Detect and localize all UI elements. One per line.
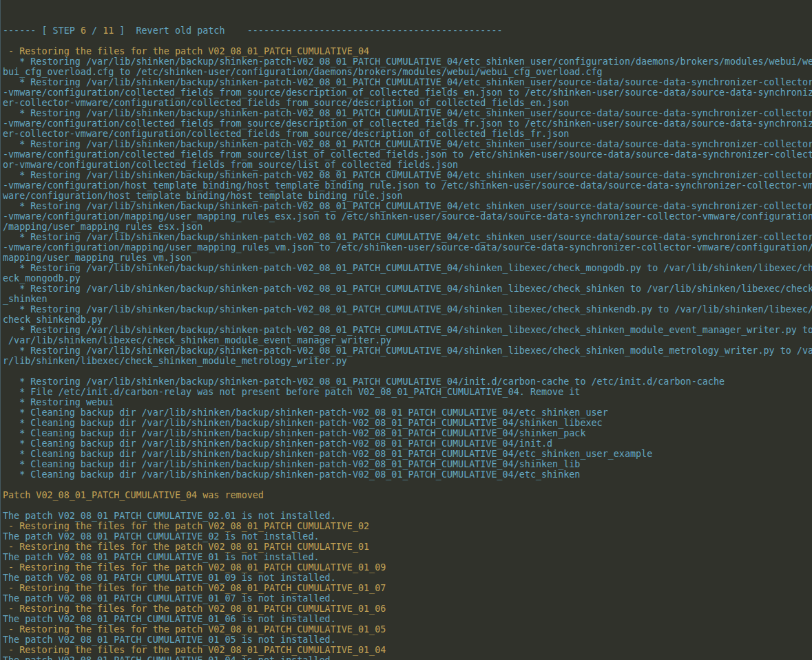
terminal-text-segment: * Restoring /var/lib/shinken/backup/shin… [3, 263, 812, 273]
terminal-text-segment: The patch V02_08_01_PATCH_CUMULATIVE_01_… [3, 573, 336, 583]
terminal-line: Patch V02_08_01_PATCH_CUMULATIVE_04 was … [3, 490, 812, 500]
terminal-text-segment: The patch V02_08_01_PATCH_CUMULATIVE_02 … [3, 531, 320, 542]
terminal-text-segment: or-vmware/configuration/collected_fields… [3, 160, 458, 170]
terminal-text-segment: / [86, 25, 103, 36]
terminal-line: The patch V02_08_01_PATCH_CUMULATIVE_02 … [3, 531, 812, 542]
terminal-text-segment: * Restoring /var/lib/shinken/backup/shin… [3, 376, 725, 387]
terminal-text-segment: 11 [103, 25, 114, 36]
terminal-line: - Restoring the files for the patch V02_… [3, 521, 812, 531]
terminal-line: * Restoring /var/lib/shinken/backup/shin… [3, 108, 812, 118]
terminal-text-segment: The patch V02_08_01_PATCH_CUMULATIVE_01 … [3, 552, 320, 562]
terminal-line: mapping/user_mapping_rules_vm.json [3, 253, 812, 263]
terminal-line: * Restoring /var/lib/shinken/backup/shin… [3, 201, 812, 211]
terminal-line: - Restoring the files for the patch V02_… [3, 542, 812, 552]
terminal-line: * Cleaning backup dir /var/lib/shinken/b… [3, 428, 812, 438]
terminal-line: - Restoring the files for the patch V02_… [3, 645, 812, 655]
terminal-text-segment: /mapping/user_mapping_rules_esx.json [3, 222, 202, 232]
terminal-text-segment: -vmware/configuration/mapping/user_mappi… [3, 211, 812, 222]
terminal-text-segment: - Restoring the files for the patch V02_… [3, 604, 386, 614]
terminal-line: -vmware/configuration/mapping/user_mappi… [3, 211, 812, 222]
terminal-text-segment: Patch V02_08_01_PATCH_CUMULATIVE_04 was … [3, 490, 264, 500]
terminal-line: * File /etc/init.d/carbon-relay was not … [3, 387, 812, 397]
terminal-line: The patch V02_08_01_PATCH_CUMULATIVE_01_… [3, 635, 812, 645]
terminal-text-segment: - Restoring the files for the patch V02_… [3, 624, 386, 635]
terminal-line: -vmware/configuration/collected_fields_f… [3, 87, 812, 98]
terminal-text-segment: * Restoring /var/lib/shinken/backup/shin… [3, 170, 812, 180]
terminal-text-segment: -vmware/configuration/host_template_bind… [3, 180, 812, 191]
terminal-text-segment: * Restoring /var/lib/shinken/backup/shin… [3, 232, 812, 242]
terminal-text-segment: - Restoring the files for the patch V02_… [3, 645, 386, 655]
terminal-line: * Cleaning backup dir /var/lib/shinken/b… [3, 449, 812, 459]
terminal-line: The patch V02_08_01_PATCH_CUMULATIVE_01_… [3, 593, 812, 604]
terminal-text-segment: /var/lib/shinken/libexec/check_shinken_m… [3, 335, 391, 345]
terminal-text-segment: * Cleaning backup dir /var/lib/shinken/b… [3, 418, 603, 428]
terminal-line: eck_mongodb.py [3, 273, 812, 284]
terminal-text-segment: * Restoring /var/lib/shinken/backup/shin… [3, 284, 812, 294]
terminal-text-segment: er-collector-vmware/configuration/collec… [3, 129, 569, 139]
terminal-line: check_shinkendb.py [3, 315, 812, 325]
terminal-text-segment: The patch V02_08_01_PATCH_CUMULATIVE_01_… [3, 593, 336, 604]
terminal-text-segment: * Restoring /var/lib/shinken/backup/shin… [3, 56, 812, 67]
terminal-text-segment: ------ [ STEP [3, 25, 81, 36]
terminal-line: The patch V02_08_01_PATCH_CUMULATIVE_01_… [3, 573, 812, 583]
terminal-text-segment: -vmware/configuration/collected_fields_f… [3, 149, 812, 160]
terminal-text-segment: * Restoring /var/lib/shinken/backup/shin… [3, 304, 812, 315]
terminal-text-segment: mapping/user_mapping_rules_vm.json [3, 253, 191, 263]
terminal-line: * Restoring /var/lib/shinken/backup/shin… [3, 139, 812, 149]
terminal-text-segment: -vmware/configuration/mapping/user_mappi… [3, 242, 812, 253]
terminal-line: ware/configuration/host_template_binding… [3, 191, 812, 201]
terminal-line: _shinken [3, 294, 812, 304]
terminal-text-segment: er-collector-vmware/configuration/collec… [3, 98, 569, 108]
terminal-line: er-collector-vmware/configuration/collec… [3, 129, 812, 139]
terminal-line: * Restoring /var/lib/shinken/backup/shin… [3, 284, 812, 294]
terminal-line: * Cleaning backup dir /var/lib/shinken/b… [3, 407, 812, 418]
terminal-line: or-vmware/configuration/collected_fields… [3, 160, 812, 170]
terminal-window: ------ [ STEP 6 / 11 ] Revert old patch … [1, 0, 812, 660]
terminal-text-segment: ----------------------------------------… [247, 25, 503, 36]
terminal-line: * Restoring /var/lib/shinken/backup/shin… [3, 56, 812, 67]
terminal-text-segment: The patch V02_08_01_PATCH_CUMULATIVE_01_… [3, 614, 336, 624]
terminal-line: The patch V02_08_01_PATCH_CUMULATIVE_01 … [3, 552, 812, 562]
terminal-line: /var/lib/shinken/libexec/check_shinken_m… [3, 335, 812, 345]
terminal-line: - Restoring the files for the patch V02_… [3, 624, 812, 635]
terminal-line: * Restoring /var/lib/shinken/backup/shin… [3, 376, 812, 387]
terminal-line: -vmware/configuration/host_template_bind… [3, 180, 812, 191]
terminal-text-segment: eck_mongodb.py [3, 273, 81, 284]
terminal-text-segment: * Restoring /var/lib/shinken/backup/shin… [3, 201, 812, 211]
terminal-line: * Cleaning backup dir /var/lib/shinken/b… [3, 438, 812, 449]
terminal-line [3, 480, 812, 490]
terminal-text-segment: _shinken [3, 294, 48, 304]
terminal-text-segment: * Cleaning backup dir /var/lib/shinken/b… [3, 438, 552, 449]
terminal-line: * Restoring webui [3, 397, 812, 407]
terminal-line: * Restoring /var/lib/shinken/backup/shin… [3, 232, 812, 242]
terminal-text-segment: * Restoring /var/lib/shinken/backup/shin… [3, 77, 812, 87]
terminal-line: * Restoring /var/lib/shinken/backup/shin… [3, 325, 812, 335]
terminal-line: /mapping/user_mapping_rules_esx.json [3, 222, 812, 232]
terminal-line [3, 500, 812, 511]
terminal-text-segment: * Restoring /var/lib/shinken/backup/shin… [3, 345, 812, 356]
terminal-line [3, 366, 812, 376]
terminal-line: * Cleaning backup dir /var/lib/shinken/b… [3, 459, 812, 469]
terminal-line: * Restoring /var/lib/shinken/backup/shin… [3, 77, 812, 87]
terminal-text-segment: The patch V02_08_01_PATCH_CUMULATIVE_02.… [3, 511, 336, 521]
terminal-text-segment: - Restoring the files for the patch V02_… [3, 542, 369, 552]
terminal-output: ------ [ STEP 6 / 11 ] Revert old patch … [3, 25, 812, 660]
terminal-text-segment: bui_cfg_overload.cfg to /etc/shinken-use… [3, 67, 603, 77]
terminal-line: - Restoring the files for the patch V02_… [3, 562, 812, 573]
terminal-line: * Restoring /var/lib/shinken/backup/shin… [3, 170, 812, 180]
terminal-text-segment: check_shinkendb.py [3, 315, 103, 325]
terminal-text-segment: * Cleaning backup dir /var/lib/shinken/b… [3, 449, 652, 459]
terminal-line: * Restoring /var/lib/shinken/backup/shin… [3, 263, 812, 273]
terminal-line: The patch V02_08_01_PATCH_CUMULATIVE_01_… [3, 655, 812, 660]
terminal-line: r/lib/shinken/libexec/check_shinken_modu… [3, 356, 812, 366]
terminal-text-segment: * Cleaning backup dir /var/lib/shinken/b… [3, 459, 580, 469]
terminal-text-segment: * Restoring /var/lib/shinken/backup/shin… [3, 325, 812, 335]
terminal-text-segment: * Cleaning backup dir /var/lib/shinken/b… [3, 469, 580, 480]
terminal-line: - Restoring the files for the patch V02_… [3, 46, 812, 56]
terminal-text-segment: ] Revert old patch [114, 25, 247, 36]
terminal-line: - Restoring the files for the patch V02_… [3, 604, 812, 614]
terminal-line: * Cleaning backup dir /var/lib/shinken/b… [3, 469, 812, 480]
terminal-line: The patch V02_08_01_PATCH_CUMULATIVE_01_… [3, 614, 812, 624]
terminal-line: ------ [ STEP 6 / 11 ] Revert old patch … [3, 25, 812, 36]
terminal-text-segment: - Restoring the files for the patch V02_… [3, 46, 369, 56]
